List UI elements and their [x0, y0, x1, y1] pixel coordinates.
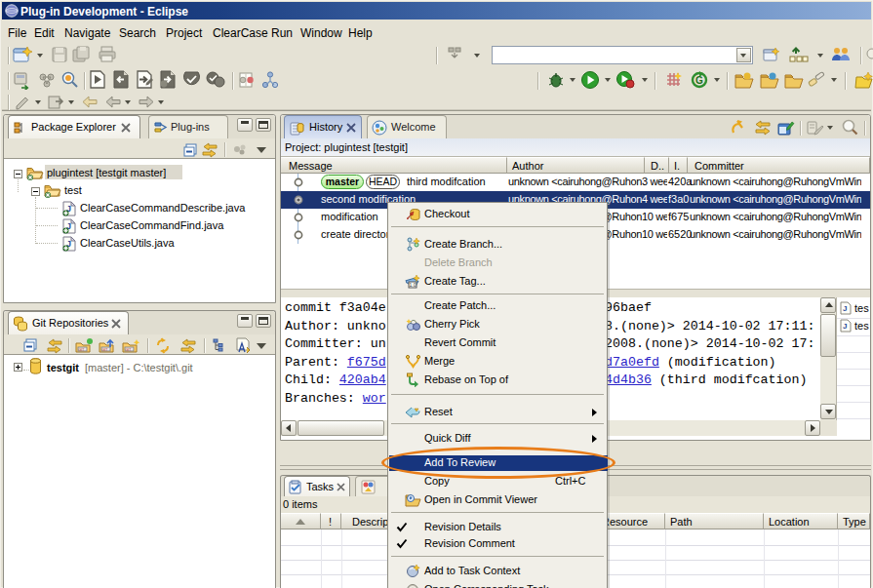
- svg-text:J: J: [843, 304, 847, 313]
- svg-text:GIT: GIT: [102, 348, 109, 352]
- svg-text:G: G: [695, 75, 703, 86]
- svg-text:GIT: GIT: [79, 348, 86, 352]
- svg-text:GIT: GIT: [126, 348, 133, 352]
- svg-text:J: J: [843, 322, 847, 331]
- svg-text:1.0: 1.0: [410, 282, 417, 288]
